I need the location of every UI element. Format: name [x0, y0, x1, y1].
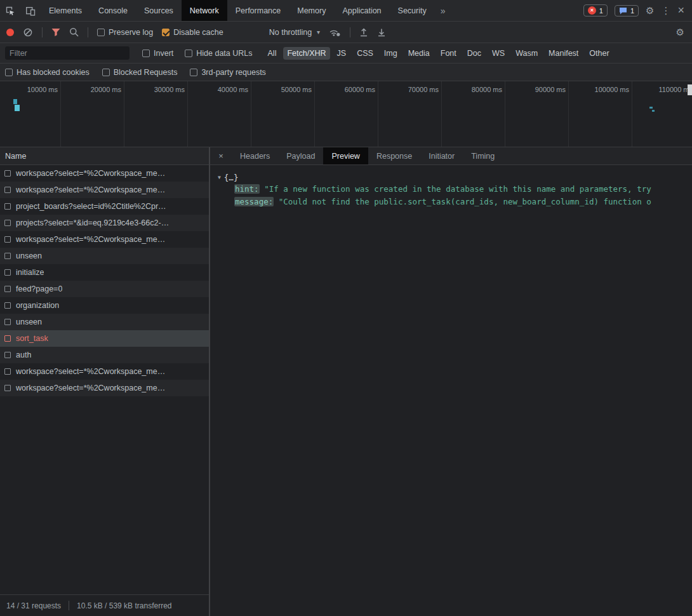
tab-sources[interactable]: Sources: [136, 0, 182, 21]
filter-type-manifest[interactable]: Manifest: [545, 47, 582, 60]
request-name: project_boards?select=id%2Ctitle%2Cpr…: [16, 202, 166, 211]
status-divider: [69, 601, 69, 610]
timeline-tick-label: 100000 ms: [573, 86, 629, 93]
json-root-object: {…}: [224, 173, 239, 182]
request-name: workspace?select=*%2Cworkspace_me…: [16, 185, 165, 194]
tab-security[interactable]: Security: [390, 0, 435, 21]
details-panel: × Headers Payload Preview Response Initi…: [210, 147, 692, 616]
checkbox-box: [5, 69, 13, 76]
timeline-gridline: [60, 81, 61, 147]
tab-application[interactable]: Application: [334, 0, 389, 21]
clear-button[interactable]: [23, 27, 33, 37]
filter-type-other[interactable]: Other: [585, 47, 613, 60]
status-bar: 14 / 31 requests 10.5 kB / 539 kB transf…: [0, 594, 209, 616]
tab-timing[interactable]: Timing: [463, 147, 503, 164]
timeline-overview[interactable]: 10000 ms 20000 ms 30000 ms 40000 ms 5000…: [0, 81, 692, 147]
request-type-icon: [4, 220, 11, 226]
network-conditions-button[interactable]: [329, 27, 341, 37]
tab-performance[interactable]: Performance: [227, 0, 289, 21]
scrollbar-thumb[interactable]: [688, 84, 692, 95]
filter-type-css[interactable]: CSS: [353, 47, 377, 60]
invert-checkbox[interactable]: Invert: [142, 49, 173, 58]
transferred-size: 10.5 kB / 539 kB transferred: [77, 601, 171, 610]
hide-data-urls-checkbox[interactable]: Hide data URLs: [185, 49, 252, 58]
request-row[interactable]: workspace?select=*%2Cworkspace_me…: [0, 380, 209, 396]
filter-type-wasm[interactable]: Wasm: [512, 47, 542, 60]
tab-headers[interactable]: Headers: [232, 147, 278, 164]
timeline-tick-label: 80000 ms: [446, 86, 502, 93]
invert-label: Invert: [154, 49, 173, 58]
filter-input[interactable]: [5, 46, 130, 60]
request-type-icon: [4, 286, 11, 292]
options-bar: Has blocked cookies Blocked Requests 3rd…: [0, 64, 692, 81]
third-party-requests-label: 3rd-party requests: [201, 68, 265, 77]
request-row[interactable]: workspace?select=*%2Cworkspace_me…: [0, 165, 209, 182]
request-row-sort-task-selected[interactable]: sort_task: [0, 330, 209, 347]
request-row[interactable]: project_boards?select=id%2Ctitle%2Cpr…: [0, 198, 209, 215]
request-row[interactable]: feed?page=0: [0, 281, 209, 297]
import-har-button[interactable]: [359, 27, 368, 37]
timeline-gridline: [314, 81, 315, 147]
request-row[interactable]: projects?select=*&id=eq.9219c4e3-66c2-…: [0, 215, 209, 231]
record-button[interactable]: [6, 29, 14, 36]
request-type-icon: [4, 269, 11, 276]
disable-cache-checkbox[interactable]: Disable cache: [162, 28, 223, 37]
filter-type-fetch-xhr[interactable]: Fetch/XHR: [283, 47, 329, 60]
request-name: unseen: [16, 318, 42, 326]
network-conditions-icon: [329, 27, 341, 37]
tab-memory[interactable]: Memory: [289, 0, 334, 21]
filter-bar: Invert Hide data URLs All Fetch/XHR JS C…: [0, 43, 692, 64]
tab-response[interactable]: Response: [368, 147, 420, 164]
network-settings-gear-icon[interactable]: ⚙: [676, 27, 684, 38]
more-tabs-button[interactable]: »: [435, 0, 451, 21]
filter-toggle-button[interactable]: [51, 28, 60, 37]
request-row[interactable]: initialize: [0, 264, 209, 281]
filter-type-js[interactable]: JS: [333, 47, 350, 60]
request-name: workspace?select=*%2Cworkspace_me…: [16, 235, 165, 244]
request-row[interactable]: workspace?select=*%2Cworkspace_me…: [0, 363, 209, 380]
download-icon: [377, 27, 386, 37]
inspect-element-button[interactable]: [0, 0, 20, 21]
request-row[interactable]: workspace?select=*%2Cworkspace_me…: [0, 182, 209, 198]
tab-initiator[interactable]: Initiator: [420, 147, 463, 164]
timeline-gridline: [124, 81, 124, 147]
close-details-button[interactable]: ×: [210, 147, 232, 164]
menu-dots-icon[interactable]: ⋮: [661, 5, 670, 17]
throttling-select[interactable]: No throttling ▾: [269, 28, 320, 37]
filter-type-media[interactable]: Media: [404, 47, 434, 60]
third-party-requests-checkbox[interactable]: 3rd-party requests: [190, 68, 265, 77]
filter-type-ws[interactable]: WS: [488, 47, 509, 60]
request-row[interactable]: unseen: [0, 248, 209, 264]
tab-preview[interactable]: Preview: [323, 147, 368, 164]
checkbox-box: [185, 50, 192, 57]
name-column-header[interactable]: Name: [0, 147, 209, 165]
issues-badge[interactable]: 1: [615, 5, 639, 17]
filter-type-font[interactable]: Font: [437, 47, 460, 60]
request-row[interactable]: auth: [0, 347, 209, 363]
tab-console[interactable]: Console: [90, 0, 136, 21]
preserve-log-checkbox[interactable]: Preserve log: [97, 28, 153, 37]
filter-type-img[interactable]: Img: [380, 47, 401, 60]
request-row[interactable]: organization: [0, 297, 209, 314]
filter-type-doc[interactable]: Doc: [463, 47, 485, 60]
request-row[interactable]: workspace?select=*%2Cworkspace_me…: [0, 231, 209, 248]
timeline-gridline: [187, 81, 188, 147]
close-devtools-icon[interactable]: ×: [677, 4, 684, 17]
tab-network[interactable]: Network: [182, 0, 227, 21]
tab-elements[interactable]: Elements: [41, 0, 90, 21]
timeline-gridline: [568, 81, 569, 147]
device-toolbar-button[interactable]: [20, 0, 41, 21]
export-har-button[interactable]: [377, 27, 386, 37]
expand-arrow-icon[interactable]: ▼: [218, 175, 221, 180]
has-blocked-cookies-checkbox[interactable]: Has blocked cookies: [5, 68, 90, 77]
timeline-activity-mark: [649, 107, 653, 109]
checkbox-box: [190, 69, 197, 76]
error-badge[interactable]: × 1: [583, 4, 608, 17]
filter-type-all[interactable]: All: [264, 47, 281, 60]
json-root-line[interactable]: ▼ {…}: [218, 171, 692, 183]
tab-payload[interactable]: Payload: [278, 147, 323, 164]
blocked-requests-checkbox[interactable]: Blocked Requests: [102, 68, 178, 77]
request-row[interactable]: unseen: [0, 314, 209, 330]
search-button[interactable]: [69, 27, 79, 37]
settings-gear-icon[interactable]: ⚙: [646, 5, 654, 17]
